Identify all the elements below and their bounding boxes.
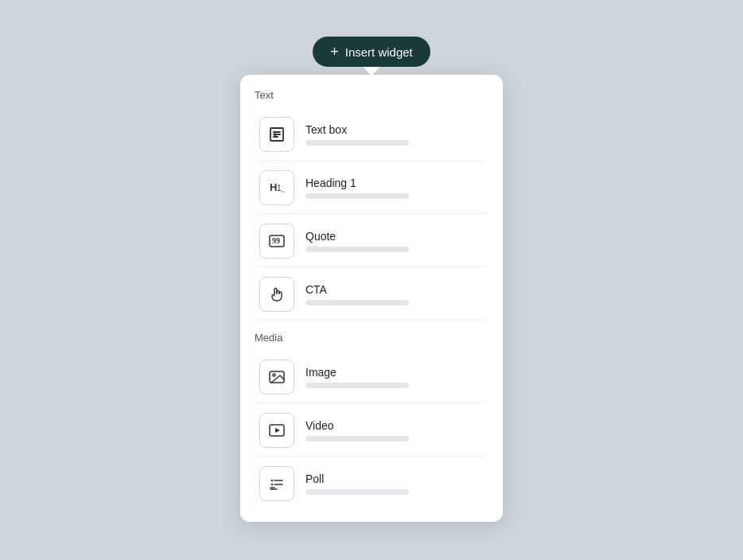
svg-text:99: 99 <box>272 236 280 245</box>
svg-marker-13 <box>275 428 280 433</box>
widget-info-heading1: Heading 1 <box>305 177 409 199</box>
widget-item-image[interactable]: Image <box>253 352 490 403</box>
svg-text:H: H <box>270 181 277 193</box>
text-icon: T <box>259 117 294 152</box>
widget-desc-bar-h1 <box>305 193 409 199</box>
insert-widget-container: + Insert widget Text T Text box <box>240 37 503 523</box>
widget-name-heading1: Heading 1 <box>305 177 409 189</box>
plus-icon: + <box>330 45 339 59</box>
svg-point-11 <box>273 374 275 376</box>
widget-desc-bar-video <box>305 436 409 441</box>
video-icon <box>259 413 294 448</box>
h1-icon: H 1 <box>259 170 294 205</box>
widget-name-image: Image <box>305 366 409 379</box>
widget-item-text-box[interactable]: T Text box <box>253 109 490 161</box>
widget-info-video: Video <box>305 419 409 441</box>
widget-item-heading1[interactable]: H 1 Heading 1 <box>253 162 490 214</box>
widget-info-quote: Quote <box>305 230 409 252</box>
widget-item-cta[interactable]: CTA <box>253 269 490 321</box>
image-icon <box>259 360 294 395</box>
widget-name-video: Video <box>305 419 409 432</box>
svg-text:1: 1 <box>277 184 282 192</box>
quote-icon: 99 <box>259 224 294 259</box>
svg-point-14 <box>271 480 273 481</box>
widget-info-poll: Poll <box>305 472 409 495</box>
widget-info-text-box: Text box <box>305 123 409 146</box>
svg-point-16 <box>271 484 273 485</box>
section-label-text: Text <box>253 89 490 101</box>
section-label-media: Media <box>253 332 490 344</box>
widget-name-quote: Quote <box>305 230 409 243</box>
widget-desc-bar-image <box>305 383 409 388</box>
widget-desc-bar <box>305 140 409 146</box>
widget-desc-bar-quote <box>305 247 409 252</box>
widget-item-video[interactable]: Video <box>253 405 490 457</box>
widget-name-text-box: Text box <box>305 123 409 136</box>
widget-name-cta: CTA <box>305 283 409 296</box>
svg-text:T: T <box>273 130 278 138</box>
insert-widget-label: Insert widget <box>345 45 413 59</box>
insert-widget-button[interactable]: + Insert widget <box>313 37 430 67</box>
widget-info-cta: CTA <box>305 283 409 305</box>
poll-icon <box>259 466 294 501</box>
widget-item-quote[interactable]: 99 Quote <box>253 216 490 267</box>
widget-desc-bar-poll <box>305 489 409 495</box>
dropdown-arrow <box>364 67 379 76</box>
widget-item-poll[interactable]: Poll <box>253 458 490 509</box>
widget-name-poll: Poll <box>305 472 409 485</box>
widget-info-image: Image <box>305 366 409 388</box>
dropdown-panel: Text T Text box H 1 <box>240 75 503 522</box>
cta-icon <box>259 277 294 312</box>
widget-desc-bar-cta <box>305 300 409 305</box>
